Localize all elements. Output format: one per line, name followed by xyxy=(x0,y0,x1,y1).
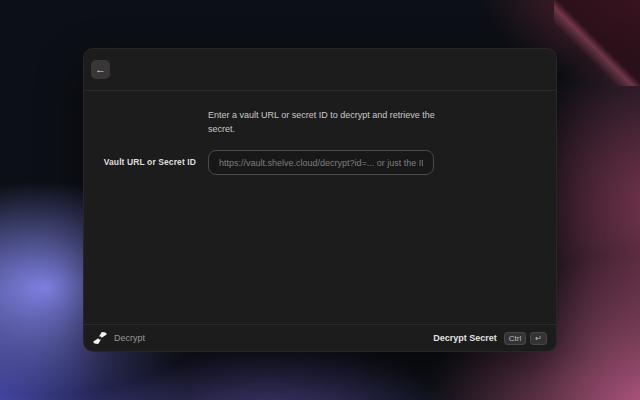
decrypt-secret-action[interactable]: Decrypt Secret Ctrl ↵ xyxy=(433,332,547,345)
ctrl-key-badge: Ctrl xyxy=(504,332,526,345)
window-footer: Decrypt Decrypt Secret Ctrl ↵ xyxy=(84,324,556,351)
enter-key-badge: ↵ xyxy=(530,332,547,345)
window-body: Enter a vault URL or secret ID to decryp… xyxy=(84,91,556,324)
decrypt-action-label: Decrypt Secret xyxy=(433,333,497,343)
wallpaper-corner-streak xyxy=(554,0,640,86)
back-button[interactable]: ← xyxy=(91,60,110,79)
window-header: ← xyxy=(84,49,556,91)
back-arrow-icon: ← xyxy=(95,64,106,75)
form-description: Enter a vault URL or secret ID to decryp… xyxy=(208,108,444,136)
shelve-logo-icon xyxy=(93,332,107,344)
footer-app-label: Decrypt xyxy=(114,333,145,343)
decrypt-window: ← Enter a vault URL or secret ID to decr… xyxy=(83,48,557,352)
desktop-background: ← Enter a vault URL or secret ID to decr… xyxy=(0,0,640,400)
vault-url-input[interactable] xyxy=(208,150,434,175)
vault-url-label: Vault URL or Secret ID xyxy=(100,157,196,167)
